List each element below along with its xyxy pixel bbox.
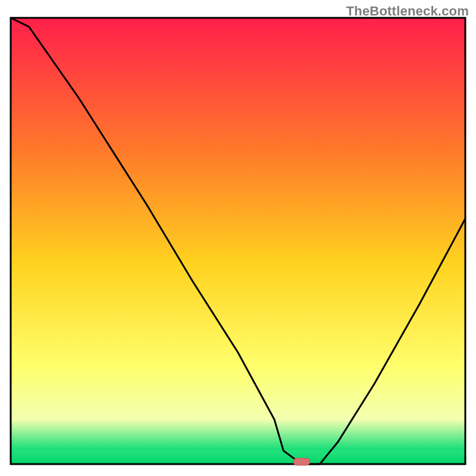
bottleneck-chart bbox=[0, 0, 476, 476]
chart-container: { "watermark": "TheBottleneck.com", "col… bbox=[0, 0, 476, 476]
watermark-text: TheBottleneck.com bbox=[346, 4, 469, 19]
gradient-background bbox=[11, 18, 465, 464]
optimal-marker bbox=[293, 458, 310, 465]
